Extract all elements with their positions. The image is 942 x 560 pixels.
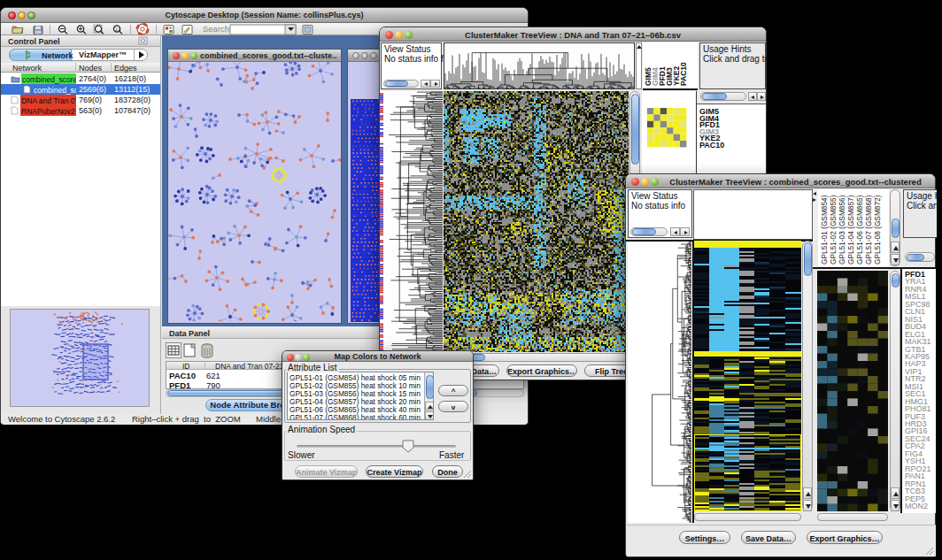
svg-text:1:1: 1:1 xyxy=(115,27,121,32)
svg-text:Search:: Search: xyxy=(203,24,232,34)
